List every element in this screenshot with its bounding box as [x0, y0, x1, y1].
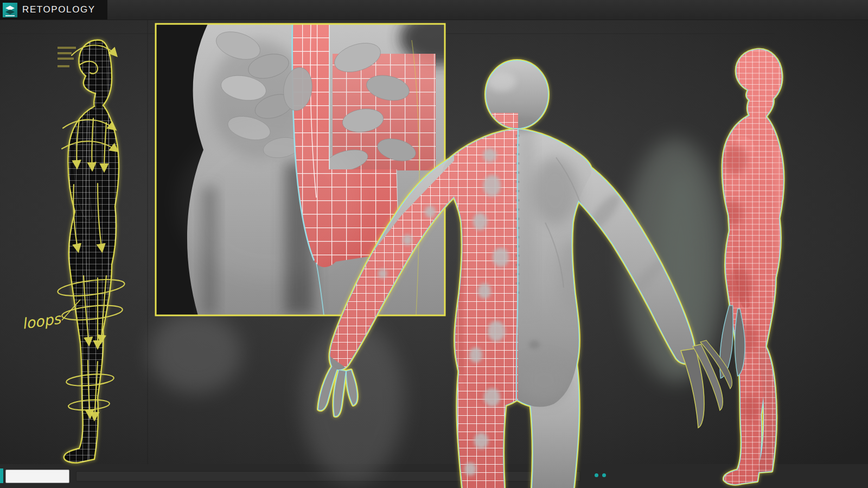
viewport-background: [0, 20, 868, 483]
toolbar-icon[interactable]: ◻: [565, 21, 576, 32]
retopo-strip: [292, 24, 399, 315]
inset-panel-border: [156, 24, 445, 315]
toolbar-icon[interactable]: ⊞: [461, 21, 472, 32]
retopo-overlay-left-half: [301, 103, 524, 488]
sculpt-body-back-view: [301, 61, 694, 488]
claw-hand-right: [681, 340, 732, 428]
viewport-stats-bars: [58, 47, 76, 67]
claw-hand-left: [318, 366, 357, 416]
command-tab-icon[interactable]: ⚙: [807, 23, 817, 33]
timeline-track[interactable]: [76, 471, 580, 481]
sculpt-intestines: [213, 27, 418, 175]
toolbar-icon[interactable]: ◈: [552, 21, 563, 32]
command-tab-icon[interactable]: ▢: [834, 23, 844, 33]
brand-block: RETOPOLOGY: [0, 0, 107, 20]
status-bar: [0, 464, 868, 488]
viewport-canvas[interactable]: [0, 20, 868, 464]
spine-guide-line: [516, 128, 518, 488]
viewport-scene: loops: [0, 0, 868, 488]
toolbar-icon[interactable]: ◧: [526, 21, 537, 32]
command-tab-icon[interactable]: ≣: [848, 23, 858, 33]
toolbar-icon-group: ≡ ◇ ⊟: [625, 21, 662, 32]
panel-scrollbar[interactable]: [865, 58, 867, 231]
toolbar-icon-group: ⊞ ⟲ ⟳ ⊕ ∠ ◧ ▦ ◈ ◻ ⌖: [461, 21, 589, 32]
loops-leader-line: [62, 300, 80, 320]
toolbar-icon[interactable]: ⊟: [651, 21, 662, 32]
toolbar-icon[interactable]: ≡: [625, 21, 636, 32]
toolbar-icon[interactable]: ⟲: [474, 21, 485, 32]
blurred-background-sculpt: [624, 138, 727, 383]
toolbar-icon[interactable]: ▦: [539, 21, 550, 32]
command-tab-icon[interactable]: +: [780, 23, 790, 33]
toolbar-icon[interactable]: ∠: [513, 21, 524, 32]
toolbar-icon[interactable]: ⊕: [500, 21, 511, 32]
top-menu-bar: RETOPOLOGY: [0, 0, 868, 20]
command-panel: + ≈ ⚙ ◔ ▢ ≣: [774, 20, 868, 488]
command-panel-tabs: + ≈ ⚙ ◔ ▢ ≣: [775, 20, 868, 35]
loop-guide-arrows: [57, 45, 125, 419]
application-window: RETOPOLOGY ⊞ ⟲ ⟳ ⊕ ∠ ◧ ▦ ◈ ◻ ⌖ ≡ ◇ ⊟ + ≈…: [0, 0, 868, 488]
main-toolbar: ⊞ ⟲ ⟳ ⊕ ∠ ◧ ▦ ◈ ◻ ⌖ ≡ ◇ ⊟: [0, 20, 775, 34]
loops-annotation: loops: [21, 310, 63, 332]
status-indicator-dot: [602, 473, 606, 477]
inset-detail-panel: [156, 11, 476, 315]
page-title: RETOPOLOGY: [22, 4, 95, 15]
wireframe-figure-side-view: [43, 37, 146, 466]
status-indicator-dot: [595, 473, 598, 477]
status-accent: [0, 468, 3, 483]
command-tab-icon[interactable]: ≈: [794, 23, 803, 33]
toolbar-icon[interactable]: ⟳: [487, 21, 498, 32]
3ds-max-logo-icon: [3, 3, 17, 17]
claw-hand: [720, 306, 745, 378]
command-panel-rollouts[interactable]: [778, 39, 863, 481]
retopo-patch-right: [333, 54, 436, 170]
command-tab-icon[interactable]: ◔: [821, 23, 831, 33]
toolbar-icon-active[interactable]: ⌖: [578, 21, 589, 32]
mini-listener-field[interactable]: [5, 470, 69, 483]
toolbar-icon[interactable]: ◇: [638, 21, 649, 32]
